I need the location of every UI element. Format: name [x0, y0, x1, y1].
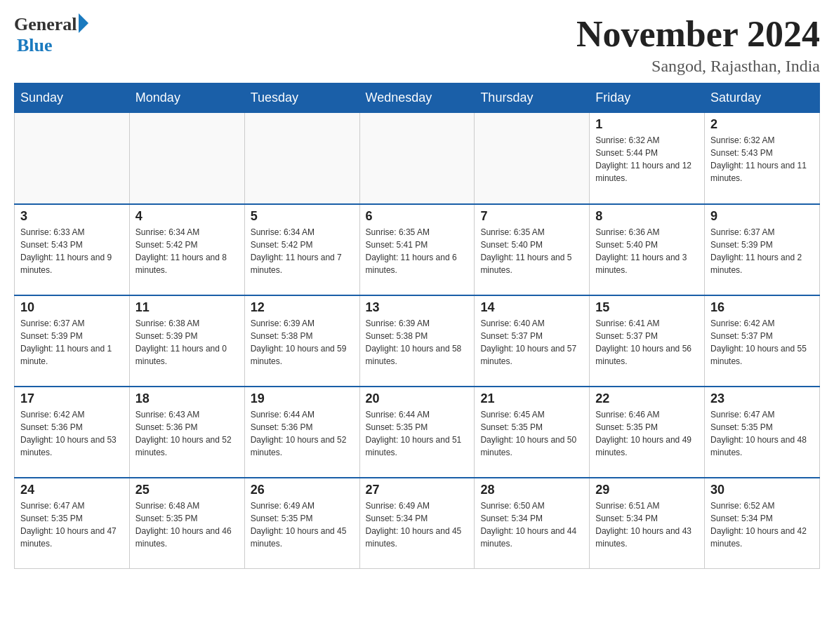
- day-number: 29: [595, 483, 699, 497]
- day-info: Sunrise: 6:32 AM Sunset: 5:44 PM Dayligh…: [595, 134, 699, 185]
- calendar-cell: [244, 113, 359, 204]
- calendar-week-row: 17Sunrise: 6:42 AM Sunset: 5:36 PM Dayli…: [15, 387, 820, 478]
- day-info: Sunrise: 6:44 AM Sunset: 5:36 PM Dayligh…: [251, 408, 354, 459]
- day-number: 30: [710, 483, 814, 497]
- day-number: 6: [366, 209, 469, 224]
- calendar-cell: 6Sunrise: 6:35 AM Sunset: 5:41 PM Daylig…: [359, 204, 475, 295]
- column-header-thursday: Thursday: [475, 83, 590, 113]
- day-info: Sunrise: 6:38 AM Sunset: 5:39 PM Dayligh…: [135, 317, 239, 368]
- day-info: Sunrise: 6:49 AM Sunset: 5:34 PM Dayligh…: [366, 499, 469, 550]
- column-header-sunday: Sunday: [15, 83, 130, 113]
- day-info: Sunrise: 6:51 AM Sunset: 5:34 PM Dayligh…: [595, 499, 699, 550]
- day-number: 18: [135, 391, 239, 406]
- day-info: Sunrise: 6:37 AM Sunset: 5:39 PM Dayligh…: [710, 226, 814, 276]
- day-info: Sunrise: 6:52 AM Sunset: 5:34 PM Dayligh…: [710, 499, 814, 550]
- column-header-wednesday: Wednesday: [359, 83, 475, 113]
- day-number: 8: [595, 209, 699, 224]
- day-number: 24: [20, 483, 124, 497]
- day-number: 19: [251, 391, 354, 406]
- day-info: Sunrise: 6:50 AM Sunset: 5:34 PM Dayligh…: [480, 499, 583, 550]
- day-info: Sunrise: 6:37 AM Sunset: 5:39 PM Dayligh…: [20, 317, 124, 368]
- column-header-friday: Friday: [590, 83, 705, 113]
- calendar-cell: 2Sunrise: 6:32 AM Sunset: 5:43 PM Daylig…: [705, 113, 820, 204]
- day-number: 9: [710, 209, 814, 224]
- calendar-cell: 30Sunrise: 6:52 AM Sunset: 5:34 PM Dayli…: [705, 478, 820, 569]
- day-info: Sunrise: 6:33 AM Sunset: 5:43 PM Dayligh…: [20, 226, 124, 276]
- day-info: Sunrise: 6:47 AM Sunset: 5:35 PM Dayligh…: [20, 499, 124, 550]
- day-number: 10: [20, 300, 124, 315]
- calendar-cell: 3Sunrise: 6:33 AM Sunset: 5:43 PM Daylig…: [15, 204, 130, 295]
- title-section: November 2024 Sangod, Rajasthan, India: [576, 14, 820, 76]
- calendar-week-row: 24Sunrise: 6:47 AM Sunset: 5:35 PM Dayli…: [15, 478, 820, 569]
- calendar-week-row: 1Sunrise: 6:32 AM Sunset: 5:44 PM Daylig…: [15, 113, 820, 204]
- calendar-cell: 4Sunrise: 6:34 AM Sunset: 5:42 PM Daylig…: [129, 204, 244, 295]
- day-info: Sunrise: 6:34 AM Sunset: 5:42 PM Dayligh…: [251, 226, 354, 276]
- logo-general-text: General: [14, 14, 77, 35]
- calendar-cell: 19Sunrise: 6:44 AM Sunset: 5:36 PM Dayli…: [244, 387, 359, 478]
- logo-triangle-icon: [79, 13, 88, 33]
- calendar-cell: 11Sunrise: 6:38 AM Sunset: 5:39 PM Dayli…: [129, 295, 244, 387]
- calendar-table: SundayMondayTuesdayWednesdayThursdayFrid…: [14, 83, 820, 569]
- calendar-cell: 28Sunrise: 6:50 AM Sunset: 5:34 PM Dayli…: [475, 478, 590, 569]
- day-info: Sunrise: 6:39 AM Sunset: 5:38 PM Dayligh…: [366, 317, 469, 368]
- day-number: 14: [480, 300, 583, 315]
- calendar-cell: 15Sunrise: 6:41 AM Sunset: 5:37 PM Dayli…: [590, 295, 705, 387]
- day-info: Sunrise: 6:36 AM Sunset: 5:40 PM Dayligh…: [595, 226, 699, 276]
- day-info: Sunrise: 6:45 AM Sunset: 5:35 PM Dayligh…: [480, 408, 583, 459]
- column-header-monday: Monday: [129, 83, 244, 113]
- day-info: Sunrise: 6:42 AM Sunset: 5:37 PM Dayligh…: [710, 317, 814, 368]
- calendar-cell: 27Sunrise: 6:49 AM Sunset: 5:34 PM Dayli…: [359, 478, 475, 569]
- day-info: Sunrise: 6:44 AM Sunset: 5:35 PM Dayligh…: [366, 408, 469, 459]
- logo: General Blue: [14, 14, 88, 56]
- day-info: Sunrise: 6:34 AM Sunset: 5:42 PM Dayligh…: [135, 226, 239, 276]
- day-number: 4: [135, 209, 239, 224]
- calendar-cell: 26Sunrise: 6:49 AM Sunset: 5:35 PM Dayli…: [244, 478, 359, 569]
- calendar-cell: 14Sunrise: 6:40 AM Sunset: 5:37 PM Dayli…: [475, 295, 590, 387]
- calendar-cell: 23Sunrise: 6:47 AM Sunset: 5:35 PM Dayli…: [705, 387, 820, 478]
- calendar-cell: [475, 113, 590, 204]
- page-header: General Blue November 2024 Sangod, Rajas…: [14, 14, 820, 76]
- day-number: 12: [251, 300, 354, 315]
- day-info: Sunrise: 6:48 AM Sunset: 5:35 PM Dayligh…: [135, 499, 239, 550]
- calendar-cell: 20Sunrise: 6:44 AM Sunset: 5:35 PM Dayli…: [359, 387, 475, 478]
- day-info: Sunrise: 6:49 AM Sunset: 5:35 PM Dayligh…: [251, 499, 354, 550]
- calendar-cell: 25Sunrise: 6:48 AM Sunset: 5:35 PM Dayli…: [129, 478, 244, 569]
- day-number: 7: [480, 209, 583, 224]
- day-info: Sunrise: 6:39 AM Sunset: 5:38 PM Dayligh…: [251, 317, 354, 368]
- day-info: Sunrise: 6:41 AM Sunset: 5:37 PM Dayligh…: [595, 317, 699, 368]
- calendar-week-row: 3Sunrise: 6:33 AM Sunset: 5:43 PM Daylig…: [15, 204, 820, 295]
- day-info: Sunrise: 6:32 AM Sunset: 5:43 PM Dayligh…: [710, 134, 814, 185]
- calendar-cell: 7Sunrise: 6:35 AM Sunset: 5:40 PM Daylig…: [475, 204, 590, 295]
- day-info: Sunrise: 6:46 AM Sunset: 5:35 PM Dayligh…: [595, 408, 699, 459]
- day-number: 3: [20, 209, 124, 224]
- calendar-cell: 17Sunrise: 6:42 AM Sunset: 5:36 PM Dayli…: [15, 387, 130, 478]
- calendar-cell: 5Sunrise: 6:34 AM Sunset: 5:42 PM Daylig…: [244, 204, 359, 295]
- column-header-saturday: Saturday: [705, 83, 820, 113]
- day-number: 16: [710, 300, 814, 315]
- calendar-cell: 1Sunrise: 6:32 AM Sunset: 5:44 PM Daylig…: [590, 113, 705, 204]
- calendar-cell: 9Sunrise: 6:37 AM Sunset: 5:39 PM Daylig…: [705, 204, 820, 295]
- calendar-cell: 13Sunrise: 6:39 AM Sunset: 5:38 PM Dayli…: [359, 295, 475, 387]
- calendar-cell: 16Sunrise: 6:42 AM Sunset: 5:37 PM Dayli…: [705, 295, 820, 387]
- logo-blue-text: Blue: [17, 35, 53, 56]
- day-number: 25: [135, 483, 239, 497]
- day-info: Sunrise: 6:35 AM Sunset: 5:41 PM Dayligh…: [366, 226, 469, 276]
- day-number: 2: [710, 117, 814, 132]
- month-year-title: November 2024: [576, 14, 820, 54]
- day-number: 27: [366, 483, 469, 497]
- day-number: 15: [595, 300, 699, 315]
- calendar-cell: 22Sunrise: 6:46 AM Sunset: 5:35 PM Dayli…: [590, 387, 705, 478]
- location-subtitle: Sangod, Rajasthan, India: [576, 57, 820, 76]
- day-info: Sunrise: 6:43 AM Sunset: 5:36 PM Dayligh…: [135, 408, 239, 459]
- day-number: 21: [480, 391, 583, 406]
- day-number: 13: [366, 300, 469, 315]
- calendar-cell: 18Sunrise: 6:43 AM Sunset: 5:36 PM Dayli…: [129, 387, 244, 478]
- calendar-cell: 24Sunrise: 6:47 AM Sunset: 5:35 PM Dayli…: [15, 478, 130, 569]
- calendar-cell: 10Sunrise: 6:37 AM Sunset: 5:39 PM Dayli…: [15, 295, 130, 387]
- day-info: Sunrise: 6:47 AM Sunset: 5:35 PM Dayligh…: [710, 408, 814, 459]
- day-number: 5: [251, 209, 354, 224]
- calendar-cell: 21Sunrise: 6:45 AM Sunset: 5:35 PM Dayli…: [475, 387, 590, 478]
- day-number: 23: [710, 391, 814, 406]
- column-header-tuesday: Tuesday: [244, 83, 359, 113]
- day-number: 20: [366, 391, 469, 406]
